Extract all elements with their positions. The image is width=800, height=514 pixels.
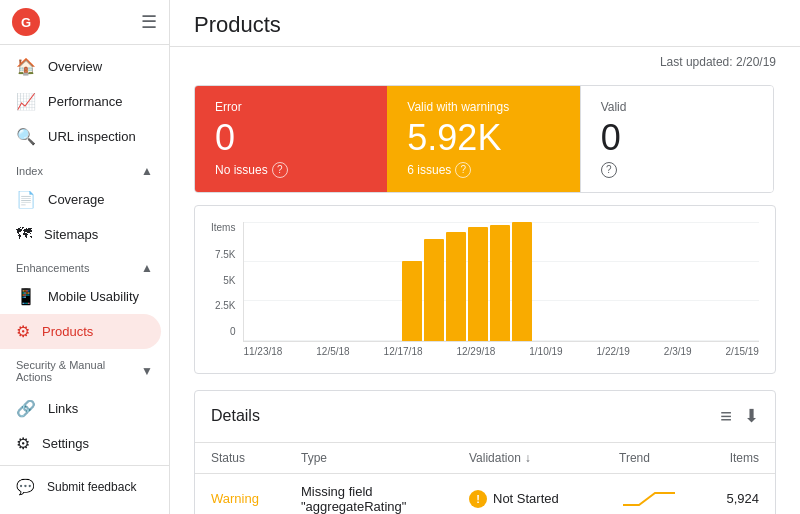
bar [468,227,488,340]
warning-card-label: Valid with warnings [407,100,559,114]
help-icon[interactable]: ? [601,162,617,178]
bars-area [244,222,759,341]
sidebar-item-label: Performance [48,94,122,109]
sidebar-item-feedback[interactable]: 💬 Submit feedback [0,470,169,504]
sidebar-item-products[interactable]: ⚙ Products [0,314,161,349]
sidebar-item-label: Sitemaps [44,227,98,242]
col-header-trend: Trend [619,451,699,465]
bar [446,232,466,341]
error-card-label: Error [215,100,367,114]
chart-y-axis: Items 7.5K 5K 2.5K 0 [211,222,243,357]
main-content: Products Last updated: 2/20/19 Error 0 N… [170,0,800,514]
validation-text: Not Started [493,491,559,506]
sitemaps-icon: 🗺 [16,225,32,243]
validation-badge: ! Not Started [469,490,559,508]
bar [402,261,422,341]
section-label: Enhancements [16,262,89,274]
row-items: 5,924 [699,491,759,506]
sidebar-item-label: Links [48,401,78,416]
table-row[interactable]: Warning Missing field "aggregateRating" … [195,474,775,514]
feedback-icon: 💬 [16,478,35,496]
settings-icon: ⚙ [16,434,30,453]
valid-card[interactable]: Valid 0 ? [580,86,773,192]
security-section-header: Security & Manual Actions ▼ [0,349,169,387]
x-tick: 12/17/18 [384,346,423,357]
page-header: Products [170,0,800,47]
sort-icon[interactable]: ↓ [525,451,531,465]
sidebar-item-coverage[interactable]: 📄 Coverage [0,182,161,217]
summary-cards: Error 0 No issues ? Valid with warnings … [194,85,774,193]
help-icon[interactable]: ? [455,162,471,178]
collapse-button[interactable]: ☰ [141,13,157,31]
row-trend [619,485,699,512]
x-tick: 1/10/19 [529,346,562,357]
details-card: Details ≡ ⬇ Status Type Validation ↓ Tre… [194,390,776,514]
bar [490,225,510,341]
warning-card-number: 5.92K [407,118,559,158]
error-card[interactable]: Error 0 No issues ? [195,86,387,192]
details-table: Status Type Validation ↓ Trend Items War… [195,443,775,514]
section-label: Security & Manual Actions [16,359,141,383]
sidebar-item-mobile-usability[interactable]: 📱 Mobile Usability [0,279,161,314]
chevron-up-icon: ▲ [141,164,153,178]
chart-bars [243,222,759,342]
sidebar-item-about[interactable]: ℹ About new version [0,504,169,514]
sidebar-nav: 🏠 Overview 📈 Performance 🔍 URL inspectio… [0,45,169,465]
trend-sparkline [619,485,679,509]
chevron-down-icon: ▼ [141,364,153,378]
coverage-icon: 📄 [16,190,36,209]
sidebar-footer: 💬 Submit feedback ℹ About new version ↩ … [0,465,169,514]
col-header-validation[interactable]: Validation ↓ [469,451,619,465]
sidebar-item-performance[interactable]: 📈 Performance [0,84,161,119]
sidebar-item-label: Products [42,324,93,339]
chevron-up-icon: ▲ [141,261,153,275]
chart-container: Items 7.5K 5K 2.5K 0 [194,205,776,374]
row-status: Warning [211,491,301,506]
products-icon: ⚙ [16,322,30,341]
y-tick-75k: 7.5K [215,249,236,260]
col-header-items: Items [699,451,759,465]
warning-card-sub: 6 issues ? [407,162,559,178]
search-icon: 🔍 [16,127,36,146]
chart-area: Items 7.5K 5K 2.5K 0 [211,222,759,357]
section-label: Index [16,165,43,177]
row-type: Missing field "aggregateRating" [301,484,469,514]
x-tick: 11/23/18 [243,346,282,357]
details-section: Details ≡ ⬇ Status Type Validation ↓ Tre… [170,390,800,514]
links-icon: 🔗 [16,399,36,418]
chart-x-axis: 11/23/18 12/5/18 12/17/18 12/29/18 1/10/… [243,342,759,357]
table-header: Status Type Validation ↓ Trend Items [195,443,775,474]
sidebar-item-label: Settings [42,436,89,451]
row-validation: ! Not Started [469,490,619,508]
warning-card[interactable]: Valid with warnings 5.92K 6 issues ? [387,86,579,192]
valid-card-number: 0 [601,118,753,158]
chart-section: Items 7.5K 5K 2.5K 0 [170,205,800,390]
valid-card-sub: ? [601,162,753,178]
overview-icon: 🏠 [16,57,36,76]
sidebar-item-sitemaps[interactable]: 🗺 Sitemaps [0,217,161,251]
y-tick-5k: 5K [223,275,235,286]
sidebar-item-label: Coverage [48,192,104,207]
sidebar-item-overview[interactable]: 🏠 Overview [0,49,161,84]
help-icon[interactable]: ? [272,162,288,178]
x-tick: 2/15/19 [726,346,759,357]
sidebar-item-settings[interactable]: ⚙ Settings [0,426,161,461]
error-card-number: 0 [215,118,367,158]
chart-plot: 11/23/18 12/5/18 12/17/18 12/29/18 1/10/… [243,222,759,357]
bar [512,222,532,341]
details-header: Details ≡ ⬇ [195,391,775,443]
sidebar-item-url-inspection[interactable]: 🔍 URL inspection [0,119,161,154]
sidebar-item-label: Mobile Usability [48,289,139,304]
details-title: Details [211,407,260,425]
x-tick: 12/5/18 [316,346,349,357]
validation-icon: ! [469,490,487,508]
download-button[interactable]: ⬇ [744,405,759,427]
filter-button[interactable]: ≡ [720,405,732,428]
sidebar-item-links[interactable]: 🔗 Links [0,391,161,426]
sidebar-item-label: Submit feedback [47,480,136,494]
mobile-icon: 📱 [16,287,36,306]
valid-card-label: Valid [601,100,753,114]
sidebar: G ☰ 🏠 Overview 📈 Performance 🔍 URL inspe… [0,0,170,514]
index-section-header: Index ▲ [0,154,169,182]
sidebar-item-label: Overview [48,59,102,74]
